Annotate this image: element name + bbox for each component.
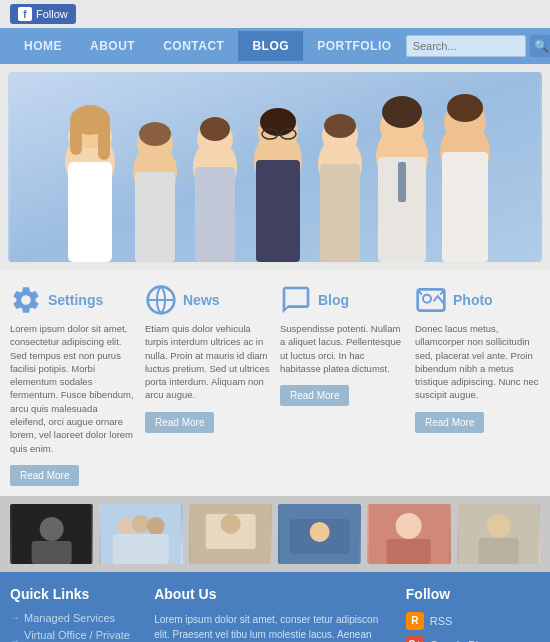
svg-rect-13 [195, 167, 235, 262]
hero-illustration [10, 72, 540, 262]
svg-point-48 [147, 517, 165, 535]
svg-rect-33 [442, 152, 488, 262]
thumbnail-6[interactable] [457, 504, 540, 564]
svg-point-15 [200, 117, 230, 141]
svg-point-11 [139, 122, 171, 146]
search-icon: 🔍 [534, 39, 549, 53]
settings-text: Lorem ipsum dolor sit amet, consectetur … [10, 322, 135, 455]
blog-title: Blog [318, 292, 349, 308]
settings-read-more[interactable]: Read More [10, 465, 79, 486]
feature-blog-header: Blog [280, 284, 405, 316]
blog-read-more[interactable]: Read More [280, 385, 349, 406]
news-icon [145, 284, 177, 316]
feature-news-header: News [145, 284, 270, 316]
feature-photo-header: Photo [415, 284, 540, 316]
photo-title: Photo [453, 292, 493, 308]
svg-rect-24 [320, 164, 360, 262]
settings-title: Settings [48, 292, 103, 308]
nav-item-blog[interactable]: BLOG [238, 31, 303, 61]
footer-link-virtual[interactable]: → Virtual Office / Private Cloud [10, 629, 144, 642]
nav-links: HOME ABOUT CONTACT BLOG PORTFOLIO [10, 31, 406, 61]
nav-item-portfolio[interactable]: PORTFOLIO [303, 31, 406, 61]
follow-title: Follow [406, 586, 540, 602]
footer-link-managed[interactable]: → Managed Services [10, 612, 144, 624]
nav-item-contact[interactable]: CONTACT [149, 31, 238, 61]
svg-point-52 [220, 514, 240, 534]
nav-item-about[interactable]: ABOUT [76, 31, 149, 61]
thumbnail-3[interactable] [189, 504, 272, 564]
footer-link-virtual-label: Virtual Office / Private Cloud [24, 629, 144, 642]
svg-point-26 [324, 114, 356, 138]
news-read-more[interactable]: Read More [145, 412, 214, 433]
rss-icon: R [406, 612, 424, 630]
follow-label: Follow [36, 8, 68, 20]
svg-rect-49 [113, 534, 169, 564]
svg-point-35 [447, 94, 483, 122]
svg-rect-17 [256, 160, 300, 262]
svg-point-60 [486, 514, 510, 538]
feature-settings-header: Settings [10, 284, 135, 316]
arrow-icon-2: → [10, 635, 20, 642]
about-text: Lorem ipsum dolor sit amet, conser tetur… [154, 612, 396, 642]
quick-links-title: Quick Links [10, 586, 144, 602]
gplus-link[interactable]: G+ Google Plus [406, 636, 540, 642]
settings-icon [10, 284, 42, 316]
footer-link-managed-label: Managed Services [24, 612, 115, 624]
feature-settings: Settings Lorem ipsum dolor sit amet, con… [10, 284, 135, 486]
search-input[interactable] [406, 35, 526, 57]
nav-item-home[interactable]: HOME [10, 31, 76, 61]
svg-rect-44 [32, 541, 72, 564]
photo-read-more[interactable]: Read More [415, 412, 484, 433]
search-box: 🔍 [406, 35, 550, 57]
about-title: About Us [154, 586, 396, 602]
rss-label: RSS [430, 615, 453, 627]
footer-quick-links: Quick Links → Managed Services → Virtual… [10, 586, 144, 642]
svg-point-57 [396, 513, 422, 539]
feature-blog: Blog Suspendisse potenti. Nullam a aliqu… [280, 284, 405, 486]
news-title: News [183, 292, 220, 308]
svg-rect-61 [478, 538, 518, 564]
rss-link[interactable]: R RSS [406, 612, 540, 630]
svg-rect-29 [398, 162, 406, 202]
svg-rect-6 [70, 120, 82, 155]
thumbnail-5[interactable] [367, 504, 450, 564]
facebook-follow-button[interactable]: f Follow [10, 4, 76, 24]
svg-rect-9 [135, 172, 175, 262]
svg-point-43 [40, 517, 64, 541]
hero-image [8, 72, 542, 262]
feature-photo: Photo Donec lacus metus, ullamcorper non… [415, 284, 540, 486]
svg-rect-3 [68, 162, 112, 262]
photo-text: Donec lacus metus, ullamcorper non solli… [415, 322, 540, 402]
footer-follow: Follow R RSS G+ Google Plus t Twitter [406, 586, 540, 642]
thumbnail-gallery [0, 496, 550, 572]
google-plus-icon: G+ [406, 636, 424, 642]
search-button[interactable]: 🔍 [530, 35, 550, 57]
footer-about: About Us Lorem ipsum dolor sit amet, con… [154, 586, 396, 642]
thumbnail-2[interactable] [99, 504, 182, 564]
thumbnail-1[interactable] [10, 504, 93, 564]
top-bar: f Follow [0, 0, 550, 28]
svg-point-31 [382, 96, 422, 128]
navigation: HOME ABOUT CONTACT BLOG PORTFOLIO 🔍 [0, 28, 550, 64]
feature-news: News Etiam quis dolor vehicula turpis in… [145, 284, 270, 486]
blog-icon [280, 284, 312, 316]
features-section: Settings Lorem ipsum dolor sit amet, con… [0, 270, 550, 496]
photo-icon [415, 284, 447, 316]
svg-point-55 [310, 522, 330, 542]
thumbnail-4[interactable] [278, 504, 361, 564]
news-text: Etiam quis dolor vehicula turpis interdu… [145, 322, 270, 402]
blog-text: Suspendisse potenti. Nullam a aliquet la… [280, 322, 405, 375]
svg-rect-7 [98, 120, 110, 160]
facebook-icon: f [18, 7, 32, 21]
arrow-icon-1: → [10, 612, 20, 623]
svg-point-39 [423, 295, 431, 303]
svg-rect-58 [387, 539, 431, 564]
footer: Quick Links → Managed Services → Virtual… [0, 572, 550, 642]
